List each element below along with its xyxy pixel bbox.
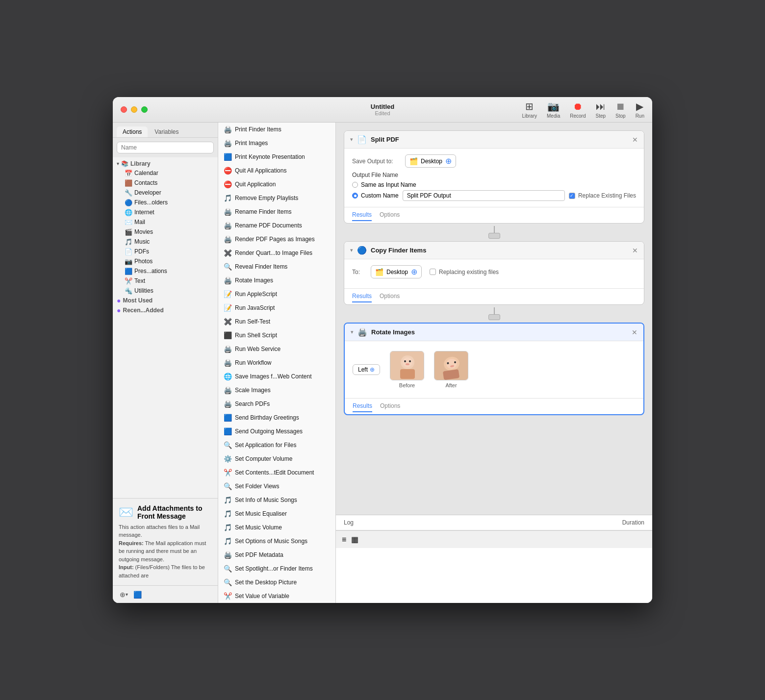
list-item-icon: 🖨️	[223, 276, 232, 285]
log-panel: Log Duration ≡ ▦	[336, 515, 652, 603]
split-pdf-options-tab[interactable]: Options	[380, 211, 400, 221]
list-item[interactable]: 🟦Send Outgoing Messages	[218, 425, 335, 438]
media-button[interactable]: 📷 Media	[547, 100, 560, 119]
grid-view-button[interactable]: ▦	[351, 535, 358, 544]
sidebar-item-mail[interactable]: ✉️ Mail	[113, 217, 218, 227]
list-item[interactable]: 🎵Remove Empty Playlists	[218, 191, 335, 205]
run-button[interactable]: ▶ Run	[636, 100, 644, 119]
media-label: Media	[547, 113, 560, 119]
tab-actions[interactable]: Actions	[117, 126, 148, 137]
copy-finder-close[interactable]: ✕	[632, 247, 638, 254]
list-item-label: Set Info of Music Songs	[235, 497, 297, 503]
list-item[interactable]: 🖨️Render PDF Pages as Images	[218, 232, 335, 246]
rotate-images-header[interactable]: ▾ 🖨️ Rotate Images ✕	[345, 324, 643, 341]
mail-badge-button[interactable]: 🟦	[132, 590, 142, 600]
sidebar-item-text[interactable]: ✂️ Text	[113, 276, 218, 286]
tab-variables[interactable]: Variables	[149, 126, 184, 137]
list-item[interactable]: 🔍Set the Desktop Picture	[218, 575, 335, 589]
replacing-existing-checkbox[interactable]	[430, 269, 436, 275]
record-icon: ⏺	[573, 101, 583, 112]
split-pdf-results-tab[interactable]: Results	[352, 211, 372, 221]
rotate-results-tab[interactable]: Results	[353, 402, 372, 412]
list-item[interactable]: 🔍Set Application for Files	[218, 438, 335, 452]
sidebar-item-photos[interactable]: 📷 Photos	[113, 256, 218, 266]
list-item[interactable]: 🖨️Set PDF Metadata	[218, 548, 335, 562]
minimize-button[interactable]	[131, 106, 137, 113]
custom-name-radio[interactable]	[352, 193, 358, 199]
list-item[interactable]: 🟦Print Keynote Presentation	[218, 150, 335, 164]
list-item[interactable]: ✂️Set Value of Variable	[218, 589, 335, 603]
maximize-button[interactable]	[141, 106, 148, 113]
list-item[interactable]: 🔍Set Spotlight...or Finder Items	[218, 562, 335, 575]
list-item[interactable]: 🖨️Scale Images	[218, 383, 335, 397]
list-item[interactable]: ⬛Run Shell Script	[218, 328, 335, 342]
copy-finder-items-card: ▾ 🔵 Copy Finder Items ✕ To: 🗂️ Desktop ⊕	[344, 241, 644, 305]
sidebar-item-library[interactable]: ▾ 📚 Library	[113, 159, 218, 168]
custom-name-input[interactable]	[403, 190, 565, 201]
list-item[interactable]: 🔍Reveal Finder Items	[218, 260, 335, 274]
sidebar-item-music[interactable]: 🎵 Music	[113, 237, 218, 247]
list-item[interactable]: 📝Run JavaScript	[218, 301, 335, 315]
list-item[interactable]: ⛔Quit All Applications	[218, 164, 335, 177]
list-item[interactable]: ⚙️Set Computer Volume	[218, 452, 335, 466]
list-item[interactable]: 🎵Set Options of Music Songs	[218, 534, 335, 548]
list-item[interactable]: 🖨️Rotate Images	[218, 274, 335, 287]
list-item[interactable]: ✖️Run Self-Test	[218, 315, 335, 328]
replace-existing-checkbox[interactable]: ✓	[569, 193, 575, 199]
split-pdf-header[interactable]: ▾ 📄 Split PDF ✕	[344, 131, 644, 149]
list-item[interactable]: 🖨️Print Finder Items	[218, 123, 335, 136]
after-image	[434, 351, 468, 380]
same-as-input-radio[interactable]	[352, 182, 358, 188]
copy-finder-results-tab[interactable]: Results	[352, 293, 372, 302]
list-item-label: Run Self-Test	[235, 318, 270, 325]
output-file-label: Output File Name	[352, 172, 636, 178]
copy-finder-options-tab[interactable]: Options	[380, 293, 400, 302]
copy-select-arrow-icon: ⊕	[411, 267, 417, 276]
search-input[interactable]	[117, 142, 214, 153]
list-item[interactable]: 🎵Set Music Volume	[218, 521, 335, 534]
library-button[interactable]: ⊞ Library	[522, 100, 537, 119]
svg-point-5	[406, 363, 409, 365]
rotate-images-icon: 🖨️	[357, 327, 367, 337]
sidebar-item-utilities[interactable]: 🔩 Utilities	[113, 286, 218, 296]
sidebar-item-presentations[interactable]: 🟦 Pres...ations	[113, 266, 218, 276]
sidebar-item-pdfs[interactable]: 📄 PDFs	[113, 247, 218, 256]
split-pdf-close[interactable]: ✕	[632, 136, 638, 144]
list-item[interactable]: ⛔Quit Application	[218, 177, 335, 191]
sidebar-item-files[interactable]: 🔵 Files...olders	[113, 198, 218, 207]
save-output-select[interactable]: 🗂️ Desktop ⊕	[405, 154, 456, 168]
list-item[interactable]: ✂️Set Contents...tEdit Document	[218, 466, 335, 479]
list-item[interactable]: 🎵Set Music Equaliser	[218, 507, 335, 521]
list-item[interactable]: 🖨️Print Images	[218, 136, 335, 150]
sidebar-item-recently-added[interactable]: ● Recen...Added	[113, 305, 218, 315]
sidebar-item-internet[interactable]: 🌐 Internet	[113, 207, 218, 217]
copy-to-select[interactable]: 🗂️ Desktop ⊕	[371, 265, 422, 278]
rotate-images-close[interactable]: ✕	[632, 328, 638, 336]
text-icon: ✂️	[125, 277, 132, 285]
direction-select[interactable]: Left ⊕	[353, 364, 380, 375]
list-item[interactable]: 🟦Send Birthday Greetings	[218, 411, 335, 425]
list-item[interactable]: ✖️Render Quart...to Image Files	[218, 246, 335, 260]
list-item[interactable]: 🖨️Rename PDF Documents	[218, 219, 335, 232]
sidebar-item-developer[interactable]: 🔧 Developer	[113, 188, 218, 198]
add-action-button[interactable]: ⊕ ▾	[119, 590, 128, 600]
list-item[interactable]: 🎵Set Info of Music Songs	[218, 493, 335, 507]
sidebar-item-movies[interactable]: 🎬 Movies	[113, 227, 218, 237]
list-item[interactable]: 🖨️Search PDFs	[218, 397, 335, 411]
list-item[interactable]: 🌐Save Images f...Web Content	[218, 370, 335, 383]
list-item[interactable]: 📝Run AppleScript	[218, 287, 335, 301]
step-button[interactable]: ⏭ Step	[595, 101, 606, 119]
list-item[interactable]: 🔍Set Folder Views	[218, 479, 335, 493]
sidebar-item-calendar[interactable]: 📅 Calendar	[113, 168, 218, 178]
record-button[interactable]: ⏺ Record	[570, 101, 586, 119]
rotate-options-tab[interactable]: Options	[380, 402, 400, 412]
list-item[interactable]: 🖨️Run Web Service	[218, 342, 335, 356]
copy-finder-items-header[interactable]: ▾ 🔵 Copy Finder Items ✕	[344, 242, 644, 259]
close-button[interactable]	[121, 106, 127, 113]
sidebar-item-contacts[interactable]: 🟫 Contacts	[113, 178, 218, 188]
list-item[interactable]: 🖨️Rename Finder Items	[218, 205, 335, 219]
list-item[interactable]: 🖨️Run Workflow	[218, 356, 335, 370]
list-view-button[interactable]: ≡	[342, 535, 346, 544]
stop-button[interactable]: ⏹ Stop	[615, 101, 626, 119]
sidebar-item-most-used[interactable]: ● Most Used	[113, 296, 218, 305]
